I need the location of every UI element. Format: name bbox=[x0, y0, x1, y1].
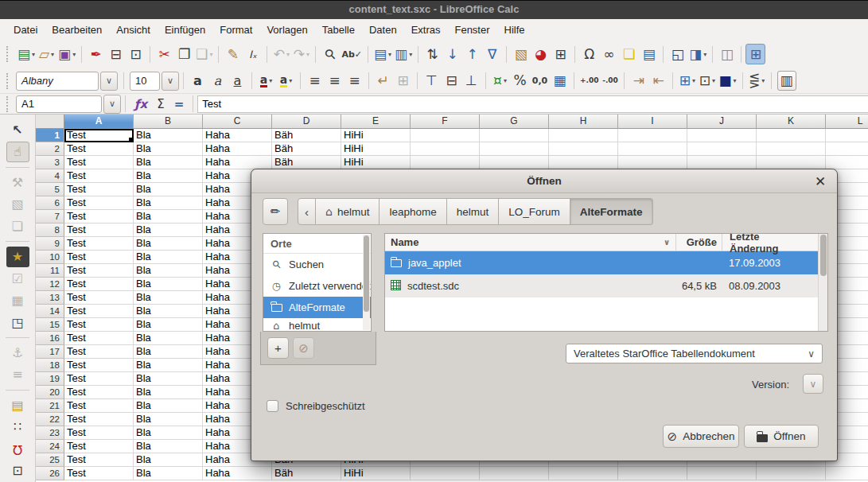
cell-A4[interactable]: Test bbox=[64, 169, 134, 183]
cell-K1[interactable] bbox=[757, 129, 826, 142]
cell-B19[interactable]: Bla bbox=[134, 372, 203, 386]
column-header-e[interactable]: E bbox=[341, 115, 411, 129]
freeze-panes-button[interactable]: ◨▾ bbox=[687, 44, 708, 64]
menu-tabelle[interactable]: Tabelle bbox=[315, 21, 362, 39]
cell-C1[interactable]: Haha bbox=[203, 129, 272, 142]
row-header-2[interactable]: 2 bbox=[36, 142, 64, 156]
export-pdf-button[interactable]: ✒ bbox=[86, 44, 106, 64]
gallery-tool-button[interactable]: ▤ bbox=[6, 395, 29, 415]
cell-A3[interactable]: Test bbox=[64, 156, 134, 169]
print-preview-button[interactable]: ⊡ bbox=[126, 44, 146, 64]
conditional-formatting-button[interactable]: ⋚▾ bbox=[747, 71, 767, 91]
cell-F26[interactable] bbox=[411, 467, 480, 480]
draw-functions-button[interactable]: ⊞ bbox=[745, 44, 765, 64]
toolbar-grip[interactable] bbox=[6, 73, 10, 89]
row-header-20[interactable]: 20 bbox=[36, 386, 64, 399]
cell-E3[interactable]: HiHi bbox=[341, 156, 411, 169]
path-button-helmut[interactable]: helmut bbox=[447, 198, 500, 225]
path-button-leaphome[interactable]: leaphome bbox=[380, 198, 446, 225]
menu-fenster[interactable]: Fenster bbox=[447, 21, 496, 39]
format-date-button[interactable]: ▦ bbox=[550, 71, 570, 91]
italic-button[interactable]: a bbox=[208, 71, 228, 91]
column-header-i[interactable]: I bbox=[618, 115, 687, 129]
cell-J3[interactable] bbox=[687, 156, 757, 169]
column-header-c[interactable]: C bbox=[203, 115, 272, 129]
cancel-button[interactable]: ⊘ Abbrechen bbox=[663, 425, 739, 448]
column-header-l[interactable]: L bbox=[826, 115, 868, 129]
align-left-button[interactable]: ≡ bbox=[305, 71, 325, 91]
place-suchen[interactable]: ⚲Suchen bbox=[263, 254, 371, 275]
select-button[interactable]: ↖ bbox=[6, 120, 29, 140]
function-wizard-icon[interactable]: ƒx bbox=[134, 97, 147, 111]
draw-star-tool-button[interactable]: ★ bbox=[6, 247, 29, 266]
save-button[interactable]: ▣▾ bbox=[56, 44, 77, 64]
headers-footers-button[interactable]: ▤ bbox=[639, 44, 659, 64]
cell-E2[interactable]: HiHi bbox=[341, 142, 411, 156]
toolbar-grip[interactable] bbox=[6, 96, 10, 112]
cell-B17[interactable]: Bla bbox=[134, 345, 203, 359]
row-header-19[interactable]: 19 bbox=[36, 372, 64, 386]
print-area-button[interactable]: ◱ bbox=[668, 44, 687, 64]
borders-dropdown-arrow[interactable]: ▾ bbox=[692, 77, 695, 84]
column-header-a[interactable]: A bbox=[64, 115, 134, 129]
cell-A25[interactable]: Test bbox=[64, 453, 134, 467]
align-center-button[interactable]: ≡ bbox=[325, 71, 344, 91]
dialog-titlebar[interactable]: Öffnen ✕ bbox=[251, 169, 837, 193]
format-number-button[interactable]: 0,0 bbox=[530, 71, 550, 91]
cell-H3[interactable] bbox=[549, 156, 618, 169]
column-size[interactable]: Größe bbox=[675, 234, 722, 251]
pivot-table-button[interactable]: ⊞ bbox=[551, 44, 570, 64]
cell-K2[interactable] bbox=[757, 142, 826, 156]
column-header-h[interactable]: H bbox=[549, 115, 618, 129]
insert-column-button[interactable]: ▥▾ bbox=[393, 44, 414, 64]
clone-formatting-button[interactable]: ✎ bbox=[223, 44, 243, 64]
pan-button[interactable]: ☝ bbox=[6, 142, 29, 162]
cell-A8[interactable]: Test bbox=[64, 224, 134, 237]
conditional-formatting-dropdown-arrow[interactable]: ▾ bbox=[761, 77, 765, 84]
insert-row-button[interactable]: ▤▾ bbox=[372, 44, 393, 64]
cell-J2[interactable] bbox=[687, 142, 757, 156]
grid-tool-button[interactable]: ∷ bbox=[6, 418, 29, 437]
wrap-text-button[interactable]: ↵ bbox=[373, 71, 393, 91]
close-icon[interactable]: ✕ bbox=[811, 172, 830, 191]
cell-E26[interactable]: HiHi bbox=[341, 467, 411, 480]
menu-einf-gen[interactable]: Einfügen bbox=[158, 21, 212, 39]
row-header-1[interactable]: 1 bbox=[36, 129, 64, 142]
cell-B14[interactable]: Bla bbox=[134, 305, 203, 318]
menu-vorlagen[interactable]: Vorlagen bbox=[259, 21, 314, 39]
bold-button[interactable]: a bbox=[188, 71, 208, 91]
cell-A7[interactable]: Test bbox=[64, 210, 134, 224]
new-document-button[interactable]: ▤▾ bbox=[16, 44, 37, 64]
cell-L1[interactable] bbox=[826, 129, 868, 142]
cell-B16[interactable]: Bla bbox=[134, 332, 203, 345]
column-header-f[interactable]: F bbox=[411, 115, 480, 129]
cell-J1[interactable] bbox=[687, 129, 757, 142]
find-replace-button[interactable]: ⚲ bbox=[320, 44, 340, 64]
cell-B13[interactable]: Bla bbox=[134, 291, 203, 305]
cell-B18[interactable]: Bla bbox=[134, 359, 203, 372]
copy-button[interactable]: ❐ bbox=[174, 44, 194, 64]
decrease-indent-button[interactable]: ⇤ bbox=[648, 71, 668, 91]
menu-hilfe[interactable]: Hilfe bbox=[497, 21, 532, 39]
cell-B24[interactable]: Bla bbox=[134, 440, 203, 453]
cell-A21[interactable]: Test bbox=[64, 399, 134, 413]
file-row-java-applet[interactable]: java_applet17.09.2003 bbox=[385, 251, 827, 274]
cell-H2[interactable] bbox=[549, 142, 618, 156]
place-helmut[interactable]: ⌂helmut bbox=[263, 318, 371, 332]
highlighting-color-button[interactable]: a▾ bbox=[276, 71, 296, 91]
cell-B2[interactable]: Bla bbox=[134, 142, 203, 156]
cell-A6[interactable]: Test bbox=[64, 196, 134, 210]
cell-A5[interactable]: Test bbox=[64, 183, 134, 196]
cell-J26[interactable] bbox=[687, 467, 757, 480]
font-size-combobox[interactable]: 10 bbox=[130, 72, 160, 91]
place-zuletzt-verwendet[interactable]: ◷Zuletzt verwendet bbox=[263, 275, 371, 297]
format-currency-button[interactable]: ¤▾ bbox=[490, 71, 510, 91]
place-alteformate[interactable]: AlteFormate bbox=[263, 297, 371, 318]
cell-B8[interactable]: Bla bbox=[134, 224, 203, 237]
cell-A12[interactable]: Test bbox=[64, 278, 134, 291]
cell-B11[interactable]: Bla bbox=[134, 264, 203, 278]
row-header-11[interactable]: 11 bbox=[36, 264, 64, 278]
underline-button[interactable]: a bbox=[228, 71, 247, 91]
cell-D1[interactable]: Bäh bbox=[272, 129, 341, 142]
cell-I26[interactable] bbox=[618, 467, 687, 480]
